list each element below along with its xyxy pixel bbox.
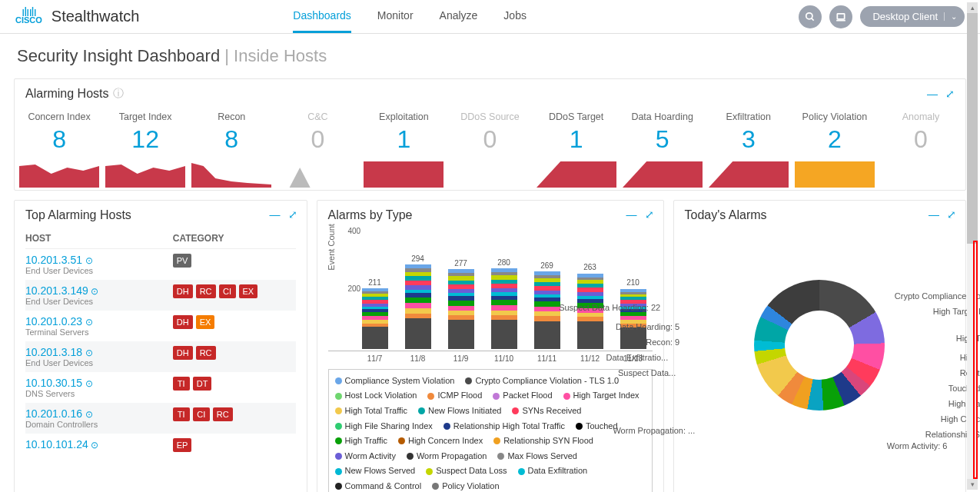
scroll-up-icon[interactable]: ▴	[967, 2, 978, 13]
nav-monitor[interactable]: Monitor	[377, 0, 414, 33]
legend-item[interactable]: Suspect Data Loss	[426, 464, 507, 478]
scrollbar[interactable]: ▴ ▾	[967, 2, 978, 490]
search-button[interactable]	[799, 5, 822, 28]
host-ip[interactable]: 10.201.3.51	[25, 254, 82, 266]
donut-slice-label[interactable]: Worm Propagation: ...	[613, 426, 695, 435]
legend-item[interactable]: High Concern Index	[398, 434, 483, 448]
donut-slice-label[interactable]: Recon: 9	[646, 337, 679, 347]
legend-item[interactable]: Crypto Compliance Violation - TLS 1.0	[465, 374, 619, 388]
legend-item[interactable]: Relationship SYN Flood	[493, 434, 593, 448]
legend-item[interactable]: Max Flows Served	[497, 450, 576, 464]
legend-item[interactable]: Policy Violation	[432, 480, 499, 492]
host-ip[interactable]: 10.10.101.24	[25, 438, 88, 450]
scroll-down-icon[interactable]: ▾	[967, 479, 978, 490]
alarming-item[interactable]: Policy Violation 2	[793, 108, 876, 190]
alarming-label: Concern Index	[19, 111, 99, 122]
bar[interactable]: 210	[620, 278, 646, 349]
legend-item[interactable]: High File Sharing Index	[335, 420, 433, 434]
legend-color-icon	[335, 393, 342, 400]
legend-item[interactable]: Packet Flood	[493, 389, 552, 403]
nav-jobs[interactable]: Jobs	[503, 0, 527, 33]
desktop-client-button[interactable]: Desktop Client ⌄	[860, 6, 965, 27]
expand-icon[interactable]: ⤢	[288, 208, 297, 221]
minimize-icon[interactable]: —	[626, 208, 637, 221]
donut-slice-label[interactable]: Worm Activity: 6	[887, 441, 948, 450]
x-tick: 11/12	[577, 354, 603, 363]
alarming-label: DDoS Target	[537, 111, 616, 122]
svg-marker-5	[105, 165, 185, 188]
bar[interactable]: 277	[448, 259, 474, 349]
donut-chart[interactable]	[754, 280, 885, 411]
bar[interactable]: 269	[534, 261, 560, 349]
legend-item[interactable]: New Flows Served	[335, 464, 416, 478]
host-ip[interactable]: 10.201.0.23	[25, 315, 82, 327]
legend-item[interactable]: ICMP Flood	[427, 389, 482, 403]
table-row[interactable]: 10.201.0.23 ⊙Terminal ServersDHEX	[25, 311, 296, 341]
nav-dashboards[interactable]: Dashboards	[293, 0, 351, 33]
donut-slice-label[interactable]: Suspect Data Hoarding: 22	[559, 303, 660, 312]
donut-slice-label[interactable]: Suspect Data...	[618, 368, 676, 377]
minimize-icon[interactable]: —	[927, 88, 938, 100]
legend-item[interactable]: Command & Control	[335, 480, 422, 492]
host-ip[interactable]: 10.10.30.15	[25, 377, 82, 389]
legend-item[interactable]: Compliance System Violation	[335, 374, 455, 388]
alarms-by-type-chart[interactable]: Event Count 200400211294277280269263210	[328, 228, 653, 351]
bar[interactable]: 294	[405, 254, 431, 349]
download-button[interactable]	[829, 5, 852, 28]
bar[interactable]: 211	[362, 278, 388, 349]
alarming-item[interactable]: Target Index 12	[104, 108, 187, 190]
legend-item[interactable]: Data Exfiltration	[518, 464, 588, 478]
donut-slice-label[interactable]: Data Exfiltratio...	[606, 353, 669, 362]
host-ip[interactable]: 10.201.3.149	[25, 284, 88, 297]
col-category: CATEGORY	[173, 233, 296, 244]
minimize-icon[interactable]: —	[929, 208, 939, 221]
legend-item[interactable]: Host Lock Violation	[335, 389, 417, 403]
alarming-item[interactable]: Concern Index 8	[18, 108, 101, 190]
host-actions-icon[interactable]: ⊙	[85, 317, 93, 327]
table-row[interactable]: 10.201.0.16 ⊙Domain ControllersTICIRC	[25, 403, 296, 434]
table-row[interactable]: 10.201.3.149 ⊙End User DevicesDHRCCIEX	[25, 280, 296, 311]
table-row[interactable]: 10.201.3.18 ⊙End User DevicesDHRC	[25, 341, 296, 372]
svg-line-1	[812, 18, 814, 20]
expand-icon[interactable]: ⤢	[945, 88, 955, 100]
alarming-item[interactable]: Recon 8	[190, 108, 273, 190]
legend-item[interactable]: Worm Propagation	[407, 450, 487, 464]
legend-item[interactable]: Relationship High Total Traffic	[443, 420, 565, 434]
host-actions-icon[interactable]: ⊙	[91, 286, 98, 297]
bar[interactable]: 280	[491, 258, 517, 349]
legend-item[interactable]: SYNs Received	[512, 404, 581, 418]
host-actions-icon[interactable]: ⊙	[85, 347, 93, 358]
alarming-label: Target Index	[105, 111, 185, 122]
legend-item[interactable]: High Traffic	[335, 434, 387, 448]
host-ip[interactable]: 10.201.3.18	[25, 346, 82, 358]
host-ip[interactable]: 10.201.0.16	[25, 407, 82, 420]
legend-item[interactable]: Worm Activity	[335, 450, 396, 464]
legend-item[interactable]: New Flows Initiated	[418, 404, 501, 418]
host-actions-icon[interactable]: ⊙	[85, 409, 93, 420]
expand-icon[interactable]: ⤢	[947, 208, 956, 221]
category-tag: RC	[213, 407, 233, 421]
donut-slice-label[interactable]: Data Hoarding: 5	[616, 322, 679, 331]
host-actions-icon[interactable]: ⊙	[85, 255, 93, 266]
table-row[interactable]: 10.10.101.24 ⊙EP	[25, 434, 296, 457]
alarming-item[interactable]: Data Hoarding 5	[621, 108, 704, 190]
legend-item[interactable]: High Target Index	[563, 389, 639, 403]
alarming-item[interactable]: DDoS Target 1	[535, 108, 618, 190]
alarming-item[interactable]: Anomaly 0	[879, 108, 962, 190]
alarming-item[interactable]: DDoS Source 0	[448, 108, 531, 190]
legend-item[interactable]: Touched	[576, 420, 618, 434]
nav-analyze[interactable]: Analyze	[440, 0, 478, 33]
host-actions-icon[interactable]: ⊙	[85, 378, 93, 389]
expand-icon[interactable]: ⤢	[645, 208, 654, 221]
scroll-thumb[interactable]	[967, 13, 978, 244]
info-icon[interactable]: ⓘ	[113, 87, 124, 101]
minimize-icon[interactable]: —	[270, 208, 281, 221]
alarming-item[interactable]: Exfiltration 3	[707, 108, 790, 190]
alarming-item[interactable]: C&C 0	[276, 108, 359, 190]
host-actions-icon[interactable]: ⊙	[91, 440, 98, 450]
legend-item[interactable]: High Total Traffic	[335, 404, 408, 418]
table-row[interactable]: 10.201.3.51 ⊙End User DevicesPV	[25, 249, 296, 280]
table-row[interactable]: 10.10.30.15 ⊙DNS ServersTIDT	[25, 372, 296, 403]
alarming-item[interactable]: Exploitation 1	[362, 108, 445, 190]
alarming-label: Exfiltration	[709, 111, 789, 122]
